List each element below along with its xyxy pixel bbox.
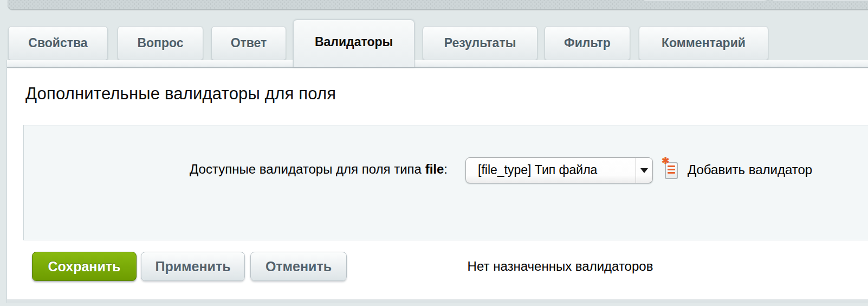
tab-validators[interactable]: Валидаторы: [293, 20, 414, 67]
tab-filter[interactable]: Фильтр: [545, 26, 630, 60]
page-title: Дополнительные валидаторы для поля: [25, 84, 336, 104]
label-prefix: Доступные валидаторы для поля типа: [190, 162, 425, 176]
tab-answer[interactable]: Ответ: [211, 26, 286, 60]
panel-divider: [7, 67, 868, 68]
tab-label: Вопрос: [137, 36, 183, 50]
field-type-name: file: [425, 162, 444, 176]
validators-panel: Доступные валидаторы для поля типа file:…: [23, 125, 868, 240]
tab-label: Ответ: [231, 36, 267, 50]
tab-label: Валидаторы: [315, 35, 393, 49]
page-bottom-strip: [7, 299, 868, 303]
tab-question[interactable]: Вопрос: [118, 26, 203, 60]
save-button[interactable]: Сохранить: [32, 252, 137, 281]
toolbar-button-cutoff-1[interactable]: [643, 0, 767, 1]
content-panel: Дополнительные валидаторы для поля Досту…: [7, 60, 868, 303]
chevron-down-icon: [640, 168, 648, 173]
action-buttons-row: Сохранить Применить Отменить: [7, 252, 868, 281]
apply-button[interactable]: Применить: [141, 252, 245, 281]
validator-select[interactable]: [file_type] Тип файла: [465, 157, 653, 183]
tab-shelf: [7, 60, 868, 67]
tab-label: Фильтр: [564, 36, 611, 50]
tab-label: Результаты: [444, 36, 516, 50]
available-validators-row: Доступные валидаторы для поля типа file:…: [24, 157, 868, 184]
tab-comment[interactable]: Комментарий: [639, 26, 768, 60]
tab-results[interactable]: Результаты: [423, 26, 537, 60]
select-arrow-zone[interactable]: [636, 158, 652, 183]
validators-settings-page: Свойства Вопрос Ответ Валидаторы Результ…: [0, 0, 868, 306]
top-toolbar: [8, 0, 868, 10]
add-validator-link[interactable]: Добавить валидатор: [688, 162, 812, 177]
toolbar-button-cutoff-2[interactable]: [772, 0, 868, 1]
tab-label: Комментарий: [662, 36, 746, 50]
cancel-button[interactable]: Отменить: [250, 252, 347, 281]
tab-label: Свойства: [28, 36, 87, 50]
add-document-icon[interactable]: ✱: [663, 158, 679, 180]
tab-properties[interactable]: Свойства: [8, 26, 108, 60]
validator-select-value: [file_type] Тип файла: [478, 163, 597, 177]
label-suffix: :: [444, 162, 448, 176]
available-validators-label: Доступные валидаторы для поля типа file:: [24, 162, 448, 177]
